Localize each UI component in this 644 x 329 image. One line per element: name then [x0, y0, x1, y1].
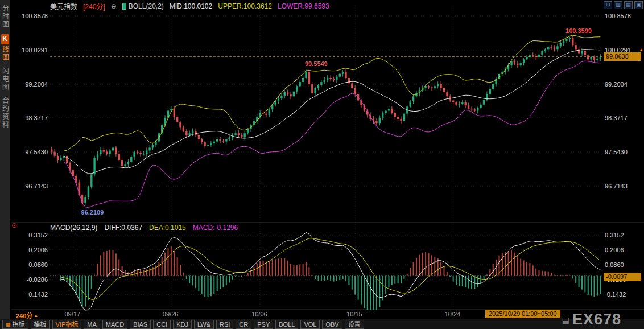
sidebar-item-contract-info[interactable]: 合约资料: [1, 97, 10, 129]
toolbar-button-label: OBV: [325, 321, 338, 328]
toolbar-button-bias[interactable]: BIAS: [130, 320, 151, 329]
toolbar-button-obv[interactable]: OBV: [322, 320, 342, 329]
toolbar-button-label: CR: [239, 321, 248, 328]
indicator-toolbar: ▦指标模板VIP指标MAMACDBIASCCIKDJLW&RSICRPSYBOL…: [0, 319, 644, 329]
watermark: ▤ EX678: [562, 311, 621, 328]
toolbar-button-indicator[interactable]: ▦指标: [2, 320, 28, 329]
macd-tick-left: -0.1432: [17, 291, 48, 298]
price-tick-left: 100.8578: [17, 13, 48, 19]
toolbar-button-label: LW&: [197, 321, 210, 328]
kline-active-badge: K: [1, 34, 9, 44]
toolbar-button-boll[interactable]: BOLL: [275, 320, 298, 329]
sidebar-item-kline-chart[interactable]: K线图: [1, 34, 10, 61]
toolbar-button-macd[interactable]: MACD: [102, 320, 127, 329]
toolbar-button-settings[interactable]: 设置: [345, 320, 364, 329]
price-tick-left: 97.5430: [17, 149, 48, 155]
sidebar: 分时图K线图闪电图合约资料: [0, 0, 10, 329]
trading-app-root: 分时图K线图闪电图合约资料 美元指数 [240分] ⊖ BOLL(20,2) M…: [0, 0, 644, 329]
macd-tick-right: -0.1432: [605, 291, 626, 298]
sidebar-item-label: 线图: [1, 46, 9, 61]
layout-grid-icon[interactable]: ⊞: [604, 1, 612, 9]
macd-value: MACD:-0.1296: [193, 224, 238, 232]
toolbar-button-label: CCI: [156, 321, 167, 328]
price-tick-right: 96.7143: [605, 183, 628, 190]
macd-tick-right: 0.3152: [605, 232, 624, 238]
chart-header: 美元指数 [240分] ⊖ BOLL(20,2) MID:100.0102 UP…: [50, 1, 329, 11]
date-label: 10/15: [346, 311, 362, 318]
macd-tick-right: 0.2006: [605, 246, 624, 253]
toolbar-button-label: VOL: [304, 321, 316, 328]
boll-mid-value: MID:100.0102: [170, 2, 212, 10]
price-up-arrow-icon: ▲: [639, 47, 643, 52]
layout-vertical-split-icon[interactable]: ▥: [614, 1, 622, 9]
watermark-text: EX678: [572, 311, 621, 328]
boll-lower-value: LOWER:99.6593: [278, 2, 329, 10]
price-chart-canvas[interactable]: [0, 0, 644, 329]
toolbar-button-label: VIP指标: [56, 321, 79, 328]
date-label: 09/17: [64, 311, 80, 318]
toolbar-button-label: KDJ: [176, 321, 188, 328]
price-tick-left: 99.2004: [17, 81, 48, 88]
toolbar-button-label: BIAS: [133, 321, 147, 328]
toolbar-button-vip-indicator[interactable]: VIP指标: [52, 320, 82, 329]
toolbar-button-template[interactable]: 模板: [31, 320, 50, 329]
date-label: 09/26: [163, 311, 179, 318]
macd-diff-value: DIFF:0.0367: [104, 224, 142, 232]
watermark-logo-icon: ▤: [562, 315, 569, 324]
price-annotation: 96.2109: [81, 209, 104, 216]
date-label: 10/24: [445, 311, 461, 318]
price-tick-left: 96.7143: [17, 183, 48, 190]
layout-single-pane-icon[interactable]: ▣: [634, 1, 643, 9]
price-tick-right: 100.8578: [605, 13, 631, 19]
sidebar-item-lightning-chart[interactable]: 闪电图: [1, 67, 10, 91]
symbol-name: 美元指数: [50, 1, 77, 11]
price-tick-left: 98.3717: [17, 114, 48, 121]
macd-header: MACD(26,12,9) DIFF:0.0367 DEA:0.1015 MAC…: [50, 224, 238, 232]
layout-horizontal-split-icon[interactable]: ▤: [624, 1, 633, 9]
toolbar-button-cr[interactable]: CR: [236, 320, 251, 329]
toolbar-button-lw[interactable]: LW&: [194, 320, 214, 329]
period-label: [240分]: [83, 1, 105, 11]
macd-tick-left: -0.0286: [17, 276, 48, 283]
period-dropdown-arrow-icon: ▲: [34, 313, 38, 318]
sidebar-item-time-chart[interactable]: 分时图: [1, 5, 10, 28]
toolbar-button-label: MA: [87, 321, 97, 328]
indicator-grid-icon: ▦: [6, 321, 11, 328]
price-tick-left: 100.0291: [17, 47, 48, 54]
toolbar-button-vol[interactable]: VOL: [300, 320, 320, 329]
macd-tick-left: 0.3152: [17, 232, 48, 238]
macd-dea-value: DEA:0.1015: [149, 224, 186, 232]
macd-indicator-label: MACD(26,12,9): [50, 224, 97, 232]
toolbar-button-label: 指标: [13, 321, 25, 328]
toolbar-button-rsi[interactable]: RSI: [216, 320, 233, 329]
price-annotation: 100.3599: [565, 27, 592, 34]
toolbar-button-kdj[interactable]: KDJ: [173, 320, 192, 329]
candlestick-icon: [122, 3, 126, 10]
toolbar-button-label: PSY: [257, 321, 270, 328]
macd-tick-left: 0.0860: [17, 261, 48, 268]
toolbar-button-label: RSI: [220, 321, 230, 328]
toolbar-button-ma[interactable]: MA: [84, 320, 100, 329]
toolbar-button-cci[interactable]: CCI: [153, 320, 171, 329]
macd-tick-right: 0.0860: [605, 261, 624, 268]
indicator-dot-icon[interactable]: ⊙: [11, 221, 17, 229]
date-label: 10/06: [251, 311, 267, 318]
toolbar-button-label: 设置: [348, 321, 361, 328]
boll-upper-value: UPPER:100.3612: [218, 2, 272, 10]
toolbar-button-label: MACD: [106, 321, 124, 328]
macd-tick-left: 0.2006: [17, 246, 48, 253]
toolbar-button-label: BOLL: [279, 321, 295, 328]
price-annotation: 99.5549: [305, 60, 328, 67]
price-tick-right: 97.5430: [605, 149, 628, 155]
current-bar-time-box: 2025/10/29 01:00~05:00: [485, 310, 560, 318]
price-tick-right: 99.2004: [605, 81, 628, 88]
price-tick-right: 98.3717: [605, 114, 628, 121]
last-price-box: 99.8638: [604, 52, 641, 61]
boll-indicator-label: BOLL(20,2): [129, 2, 164, 10]
toolbar-button-psy[interactable]: PSY: [254, 320, 273, 329]
window-layout-controls: ⊞▥▤▣: [604, 1, 643, 9]
collapse-indicator-icon[interactable]: ⊖: [111, 2, 117, 10]
toolbar-button-label: 模板: [34, 321, 47, 328]
macd-value-box: -0.0097: [604, 273, 641, 281]
